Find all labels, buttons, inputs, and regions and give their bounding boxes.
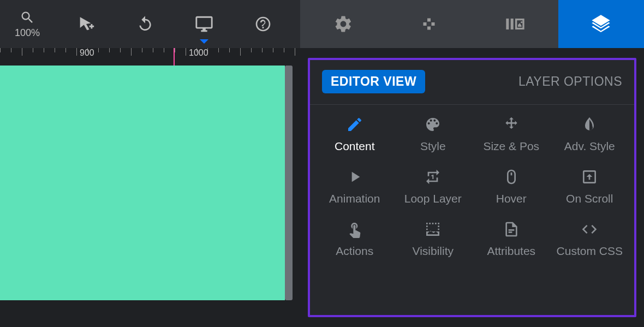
- layer-tab-attributes[interactable]: Attributes: [472, 221, 551, 258]
- repeat-one-icon: [424, 168, 442, 186]
- layer-tab-label: Attributes: [487, 245, 535, 258]
- editor-view-badge[interactable]: EDITOR VIEW: [322, 70, 425, 93]
- zoom-label: 100%: [15, 27, 40, 39]
- layer-tab-looplayer[interactable]: Loop Layer: [394, 168, 473, 205]
- layer-tab-onscroll[interactable]: On Scroll: [551, 168, 629, 205]
- help-icon: [254, 15, 272, 33]
- layer-tab-label: Loop Layer: [404, 192, 462, 205]
- layer-tab-label: Adv. Style: [564, 140, 615, 153]
- toolbar-left: 100%: [0, 0, 300, 48]
- layer-tab-label: Visibility: [413, 245, 454, 258]
- layer-tab-actions[interactable]: Actions: [315, 221, 394, 258]
- cursor-tool[interactable]: [70, 0, 103, 48]
- file-icon: [503, 221, 520, 238]
- layers-icon: [590, 13, 612, 35]
- panel-header: EDITOR VIEW LAYER OPTIONS: [310, 60, 634, 105]
- panel-title: LAYER OPTIONS: [518, 74, 622, 89]
- ruler-playhead[interactable]: [174, 48, 175, 66]
- desktop-icon: [195, 15, 213, 33]
- top-toolbar: 100%: [0, 0, 644, 48]
- ruler-label: 900: [80, 48, 94, 58]
- invert-icon: [581, 116, 598, 133]
- ruler[interactable]: 9001000: [0, 48, 300, 66]
- move-icon: [503, 116, 520, 133]
- panel-grid: Content Style Size & Pos Adv. Style Anim…: [310, 105, 634, 263]
- layer-tab-hover[interactable]: Hover: [472, 168, 551, 205]
- zoom-control[interactable]: 100%: [11, 0, 44, 48]
- layer-tab-content[interactable]: Content: [315, 116, 394, 153]
- layer-panel: EDITOR VIEW LAYER OPTIONS Content Style …: [300, 48, 644, 327]
- layer-tab-label: Animation: [329, 192, 380, 205]
- layer-tab-customcss[interactable]: Custom CSS: [551, 221, 629, 258]
- tab-navigation[interactable]: [386, 0, 473, 48]
- code-icon: [581, 221, 598, 238]
- canvas-area: 9001000: [0, 48, 300, 327]
- layer-tab-visibility[interactable]: Visibility: [394, 221, 473, 258]
- palette-icon: [424, 116, 442, 133]
- layer-tab-label: Custom CSS: [557, 245, 623, 258]
- layer-tab-label: Actions: [336, 245, 373, 258]
- layer-options-box: EDITOR VIEW LAYER OPTIONS Content Style …: [308, 58, 636, 317]
- layer-tab-style[interactable]: Style: [394, 116, 473, 153]
- cursor-plus-icon: [77, 15, 96, 33]
- play-icon: [346, 168, 363, 186]
- layer-tab-sizepos[interactable]: Size & Pos: [472, 116, 551, 153]
- pencil-icon: [346, 116, 363, 133]
- layer-tab-animation[interactable]: Animation: [315, 168, 394, 205]
- touch-icon: [346, 221, 363, 238]
- gear-icon: [333, 14, 353, 34]
- tab-settings[interactable]: [300, 0, 386, 48]
- layer-tab-label: Hover: [496, 192, 527, 205]
- workspace: 9001000 EDITOR VIEW LAYER OPTIONS Conten…: [0, 48, 644, 327]
- layer-tab-label: Size & Pos: [483, 140, 539, 153]
- layer-tab-label: On Scroll: [566, 192, 613, 205]
- canvas-scrollbar[interactable]: [285, 66, 293, 300]
- dpad-icon: [419, 14, 439, 34]
- tab-slides[interactable]: [472, 0, 558, 48]
- image-dotted-icon: [424, 221, 442, 238]
- device-indicator-icon: [200, 39, 208, 44]
- slides-icon: [504, 13, 526, 35]
- mouse-icon: [503, 168, 520, 186]
- download-box-icon: [581, 168, 598, 186]
- canvas-slide[interactable]: [0, 66, 285, 300]
- undo-icon: [136, 15, 154, 33]
- tab-layers[interactable]: [558, 0, 645, 48]
- device-preview[interactable]: [188, 0, 220, 48]
- layer-tab-label: Style: [420, 140, 446, 153]
- ruler-label: 1000: [189, 48, 208, 58]
- toolbar-right: [300, 0, 644, 48]
- undo-button[interactable]: [129, 0, 162, 48]
- layer-tab-advstyle[interactable]: Adv. Style: [551, 116, 629, 153]
- search-icon: [20, 10, 35, 25]
- help-button[interactable]: [247, 0, 279, 48]
- layer-tab-label: Content: [335, 140, 375, 153]
